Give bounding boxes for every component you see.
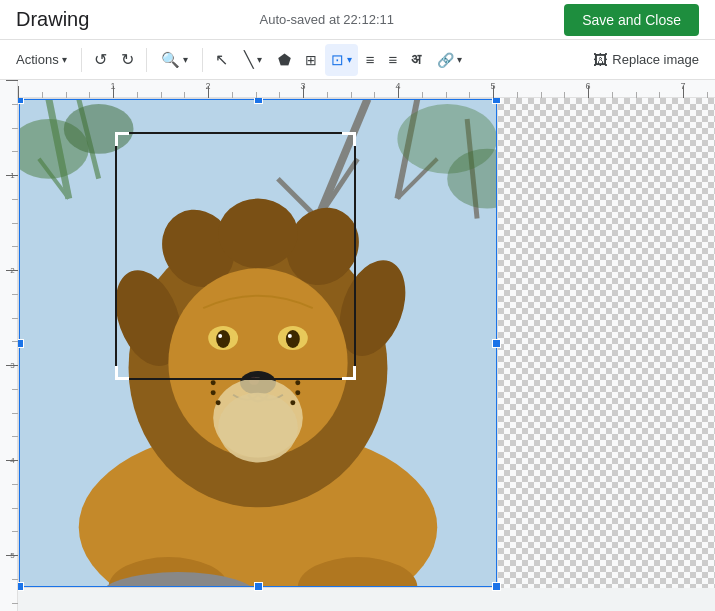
- replace-image-icon: 🖼: [593, 51, 608, 68]
- replace-image-button[interactable]: 🖼 Replace image: [585, 44, 707, 76]
- link-icon: 🔗: [437, 52, 454, 68]
- ruler-left: 12345: [0, 80, 18, 611]
- svg-point-30: [218, 334, 222, 338]
- zoom-chevron-icon: ▾: [183, 54, 188, 65]
- line-chevron-icon: ▾: [257, 54, 262, 65]
- ruler-top-number-7: 7: [680, 81, 685, 91]
- svg-point-24: [218, 199, 298, 269]
- svg-point-28: [216, 330, 230, 348]
- select-icon: ↖: [215, 50, 228, 69]
- ruler-left-number-1: 1: [10, 171, 14, 180]
- link-chevron-icon: ▾: [457, 54, 462, 65]
- svg-point-37: [211, 390, 216, 395]
- actions-menu-button[interactable]: Actions ▾: [8, 44, 75, 76]
- shape-icon: ⬟: [278, 51, 291, 69]
- undo-icon: ↺: [94, 50, 107, 69]
- zoom-button[interactable]: 🔍 ▾: [153, 44, 196, 76]
- ruler-top: 1234567: [18, 80, 715, 98]
- svg-point-40: [295, 390, 300, 395]
- redo-button[interactable]: ↻: [115, 44, 140, 76]
- replace-image-label: Replace image: [612, 52, 699, 67]
- ruler-top-number-5: 5: [490, 81, 495, 91]
- line-icon: ╲: [244, 50, 254, 69]
- drawing-page[interactable]: [18, 98, 498, 588]
- transparent-area: [498, 98, 715, 588]
- ruler-left-number-3: 3: [10, 361, 14, 370]
- lion-image: [19, 99, 497, 587]
- line-tool-button[interactable]: ╲ ▾: [236, 44, 270, 76]
- image-tool-button[interactable]: ⊞: [299, 44, 323, 76]
- actions-chevron-icon: ▾: [62, 54, 67, 65]
- crop-chevron-icon: ▾: [347, 54, 352, 65]
- text-align-2-icon: ≡: [388, 51, 397, 68]
- crop-icon: ⊡: [331, 51, 344, 69]
- text-align-1-icon: ≡: [366, 51, 375, 68]
- autosave-status: Auto-saved at 22:12:11: [89, 12, 564, 27]
- ruler-left-number-2: 2: [10, 266, 14, 275]
- toolbar-separator-2: [146, 48, 147, 72]
- svg-point-41: [290, 400, 295, 405]
- actions-label: Actions: [16, 52, 59, 67]
- svg-point-29: [286, 330, 300, 348]
- zoom-icon: 🔍: [161, 51, 180, 69]
- redo-icon: ↻: [121, 50, 134, 69]
- ruler-top-number-1: 1: [110, 81, 115, 91]
- hindi-icon: अ: [411, 51, 421, 68]
- select-tool-button[interactable]: ↖: [209, 44, 234, 76]
- svg-point-39: [295, 380, 300, 385]
- ruler-top-number-4: 4: [395, 81, 400, 91]
- ruler-top-content: 1234567: [18, 80, 715, 98]
- toolbar-separator-1: [81, 48, 82, 72]
- ruler-top-number-2: 2: [205, 81, 210, 91]
- undo-button[interactable]: ↺: [88, 44, 113, 76]
- header: Drawing Auto-saved at 22:12:11 Save and …: [0, 0, 715, 40]
- ruler-left-content: 12345: [0, 80, 18, 611]
- canvas-content: 1234567: [18, 80, 715, 611]
- crop-tool-button[interactable]: ⊡ ▾: [325, 44, 358, 76]
- text-align-button-2[interactable]: ≡: [382, 44, 403, 76]
- save-and-close-button[interactable]: Save and Close: [564, 4, 699, 36]
- script-button[interactable]: अ: [405, 44, 427, 76]
- canvas-area: 12345 1234567: [0, 80, 715, 611]
- app-title: Drawing: [16, 8, 89, 31]
- svg-point-35: [218, 393, 298, 463]
- ruler-left-number-5: 5: [10, 551, 14, 560]
- shape-tool-button[interactable]: ⬟: [272, 44, 297, 76]
- ruler-top-number-6: 6: [585, 81, 590, 91]
- text-align-button-1[interactable]: ≡: [360, 44, 381, 76]
- link-button[interactable]: 🔗 ▾: [429, 44, 470, 76]
- toolbar-separator-3: [202, 48, 203, 72]
- drawing-area[interactable]: [18, 98, 715, 611]
- svg-point-31: [288, 334, 292, 338]
- image-container[interactable]: [19, 99, 497, 587]
- ruler-left-number-4: 4: [10, 456, 14, 465]
- image-tool-icon: ⊞: [305, 52, 317, 68]
- svg-point-11: [64, 104, 134, 154]
- svg-point-38: [216, 400, 221, 405]
- ruler-top-number-3: 3: [300, 81, 305, 91]
- toolbar: Actions ▾ ↺ ↻ 🔍 ▾ ↖ ╲ ▾ ⬟ ⊞ ⊡ ▾ ≡: [0, 40, 715, 80]
- svg-point-36: [211, 380, 216, 385]
